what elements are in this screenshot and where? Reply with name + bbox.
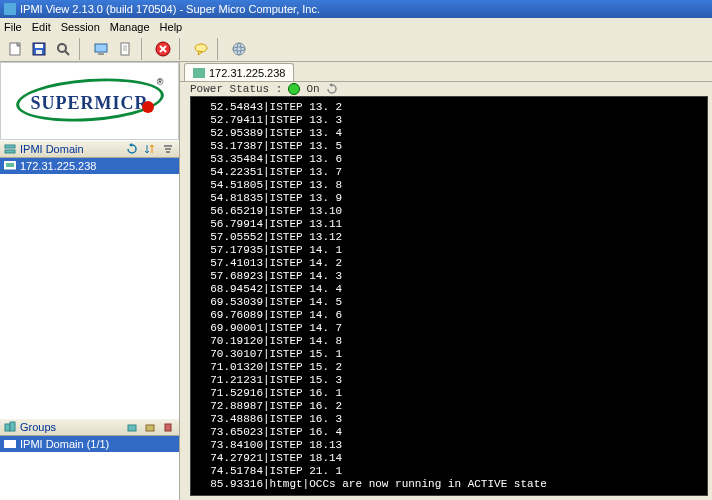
document-icon[interactable] [114,38,136,60]
menu-help[interactable]: Help [160,21,183,33]
svg-rect-6 [95,44,107,52]
main-panel: 172.31.225.238 Power Status : On 52.5484… [180,62,712,500]
toolbar [0,36,712,62]
groups-label: Groups [20,421,56,433]
window-titlebar: IPMI View 2.13.0 (build 170504) - Super … [0,0,712,18]
group-icon [4,421,16,433]
svg-rect-19 [5,145,15,148]
svg-rect-31 [4,440,16,448]
tab-host-icon [193,68,205,78]
logo-dot [142,101,154,113]
toolbar-separator [217,38,223,60]
delete-icon[interactable] [161,420,175,434]
console-output[interactable]: 52.54843|ISTEP 13. 2 52.79411|ISTEP 13. … [190,96,708,496]
host-icon [4,161,16,171]
toolbar-separator [179,38,185,60]
svg-rect-23 [166,151,170,153]
session-tab[interactable]: 172.31.225.238 [184,63,294,81]
add-host-icon[interactable] [143,420,157,434]
chat-icon[interactable] [190,38,212,60]
ipmi-domain-header[interactable]: IPMI Domain [0,140,179,158]
menu-edit[interactable]: Edit [32,21,51,33]
left-sidebar: SUPERMICR ® IPMI Domain 172.31.225.238 G… [0,62,180,500]
app-icon [4,3,16,15]
tab-bar: 172.31.225.238 [180,62,712,82]
svg-rect-3 [36,50,42,54]
groups-header[interactable]: Groups [0,418,179,436]
logo-box: SUPERMICR ® [0,62,179,140]
power-on-icon [288,83,300,95]
ipmi-domain-label: IPMI Domain [20,143,84,155]
svg-rect-21 [164,145,172,147]
power-status-row: Power Status : On [180,82,712,96]
power-status-value: On [306,83,319,95]
menu-manage[interactable]: Manage [110,21,150,33]
toolbar-separator [79,38,85,60]
sort-icon[interactable] [143,142,157,156]
power-status-label: Power Status : [190,83,282,95]
svg-rect-22 [165,148,171,150]
svg-rect-26 [5,424,10,431]
group-item-label: IPMI Domain (1/1) [20,438,109,450]
computer-icon[interactable] [90,38,112,60]
svg-point-16 [233,43,245,55]
stop-icon[interactable] [152,38,174,60]
svg-rect-7 [98,53,104,55]
menu-bar: File Edit Session Manage Help [0,18,712,36]
menu-session[interactable]: Session [61,21,100,33]
svg-point-4 [58,44,66,52]
svg-point-15 [195,44,207,52]
search-icon[interactable] [52,38,74,60]
svg-rect-28 [128,425,136,431]
add-group-icon[interactable] [125,420,139,434]
group-item[interactable]: IPMI Domain (1/1) [0,436,179,452]
tree-item-label: 172.31.225.238 [20,160,96,172]
power-refresh-icon[interactable] [326,83,338,95]
toolbar-separator [141,38,147,60]
window-title: IPMI View 2.13.0 (build 170504) - Super … [20,3,320,15]
group-item-icon [4,439,16,449]
tab-label: 172.31.225.238 [209,67,285,79]
groups-tree[interactable]: IPMI Domain (1/1) [0,436,179,500]
svg-rect-30 [165,424,171,431]
filter-icon[interactable] [161,142,175,156]
save-icon[interactable] [28,38,50,60]
menu-file[interactable]: File [4,21,22,33]
domain-tree[interactable]: 172.31.225.238 [0,158,179,418]
tree-item[interactable]: 172.31.225.238 [0,158,179,174]
refresh-icon[interactable] [125,142,139,156]
server-icon [4,143,16,155]
svg-rect-25 [6,163,14,167]
svg-rect-27 [10,422,15,431]
svg-rect-8 [121,43,129,55]
globe-icon[interactable] [228,38,250,60]
svg-rect-20 [5,150,15,153]
svg-line-5 [65,51,69,55]
svg-rect-29 [146,425,154,431]
new-icon[interactable] [4,38,26,60]
logo-registered: ® [157,77,164,87]
svg-rect-2 [35,44,43,48]
